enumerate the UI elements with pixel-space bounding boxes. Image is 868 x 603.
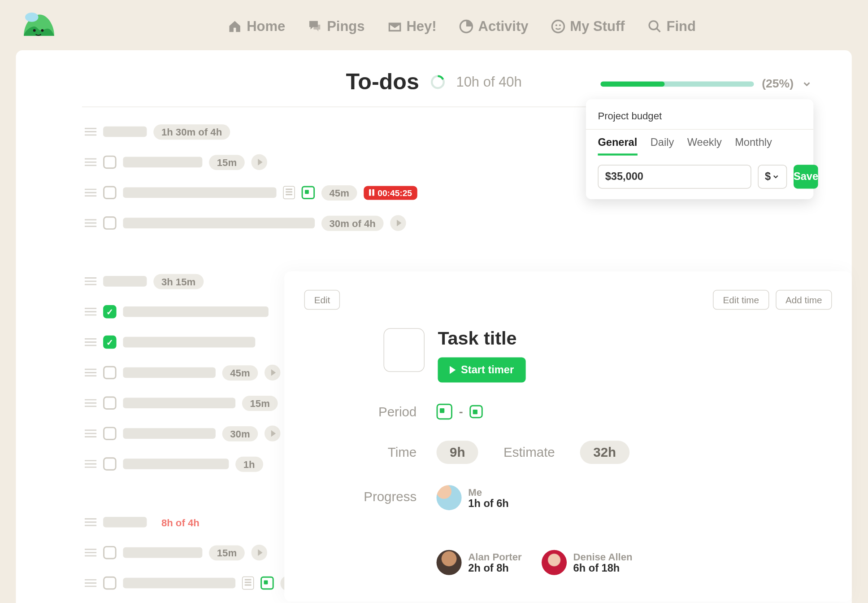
- drag-handle-icon[interactable]: [85, 518, 97, 526]
- edit-time-button[interactable]: Edit time: [713, 290, 769, 310]
- todo-checkbox[interactable]: [103, 457, 117, 470]
- play-button[interactable]: [390, 215, 406, 231]
- todo-time-pill: 1h: [235, 456, 263, 472]
- nav-pings-label: Pings: [327, 18, 365, 34]
- drag-handle-icon[interactable]: [85, 338, 97, 346]
- edit-button[interactable]: Edit: [304, 290, 340, 310]
- budget-currency-select[interactable]: $: [758, 165, 787, 188]
- nav-home[interactable]: Home: [227, 18, 285, 34]
- page-title: To-dos: [346, 69, 419, 95]
- progress-person: Me1h of 6h: [437, 485, 509, 510]
- play-button[interactable]: [252, 154, 267, 170]
- todo-title-placeholder: [123, 459, 229, 469]
- task-title: Task title: [438, 328, 525, 350]
- play-button[interactable]: [265, 365, 280, 380]
- drag-handle-icon[interactable]: [85, 128, 97, 136]
- todo-checkbox[interactable]: [103, 186, 117, 199]
- time-value: 9h: [437, 441, 478, 464]
- nav-hey[interactable]: Hey!: [387, 18, 437, 34]
- drag-handle-icon[interactable]: [85, 399, 97, 407]
- drag-handle-icon[interactable]: [85, 219, 97, 227]
- svg-point-4: [552, 20, 564, 32]
- drag-handle-icon[interactable]: [85, 579, 97, 587]
- play-button[interactable]: [265, 425, 280, 441]
- todo-title-placeholder: [123, 306, 269, 317]
- progress-ring-icon: [430, 74, 445, 89]
- drag-handle-icon[interactable]: [85, 158, 97, 166]
- progress-label: Progress: [331, 485, 437, 504]
- todo-title-placeholder: [123, 367, 216, 378]
- progress-person: Denise Allen6h of 18h: [542, 550, 633, 575]
- avatar: [437, 550, 462, 575]
- todo-title-placeholder: [123, 547, 202, 558]
- todo-checkbox[interactable]: [103, 305, 117, 319]
- todo-time-pill: 15m: [242, 395, 278, 411]
- todo-checkbox[interactable]: [103, 577, 117, 590]
- document-icon[interactable]: [242, 577, 254, 590]
- budget-save-button[interactable]: Save: [794, 165, 818, 188]
- running-timer-badge[interactable]: 00:45:25: [364, 186, 417, 200]
- todo-checkbox[interactable]: [103, 546, 117, 559]
- svg-point-2: [25, 13, 39, 22]
- budget-tab-weekly[interactable]: Weekly: [687, 136, 722, 156]
- task-detail-panel: Edit Edit time Add time Task title Start…: [284, 271, 852, 602]
- budget-tab-daily[interactable]: Daily: [651, 136, 674, 156]
- drag-handle-icon[interactable]: [85, 460, 97, 468]
- drag-handle-icon[interactable]: [85, 277, 97, 285]
- todo-checkbox[interactable]: [103, 156, 117, 169]
- todo-title-placeholder: [123, 337, 255, 348]
- play-button[interactable]: [252, 545, 267, 560]
- todo-title-placeholder: [123, 187, 276, 198]
- period-start-icon[interactable]: [437, 404, 452, 419]
- estimate-value: 32h: [580, 441, 629, 464]
- budget-tab-monthly[interactable]: Monthly: [735, 136, 772, 156]
- drag-handle-icon[interactable]: [85, 308, 97, 316]
- period-dash: -: [459, 405, 463, 419]
- avatar: [542, 550, 567, 575]
- document-icon[interactable]: [283, 186, 295, 199]
- svg-point-6: [559, 24, 561, 26]
- add-time-button[interactable]: Add time: [776, 290, 832, 310]
- budget-popover: Project budget General Daily Weekly Mont…: [586, 99, 813, 199]
- time-label: Time: [331, 445, 437, 460]
- nav-pings[interactable]: Pings: [308, 18, 365, 34]
- svg-point-7: [649, 21, 658, 30]
- chevron-down-icon[interactable]: [802, 79, 812, 89]
- drag-handle-icon[interactable]: [85, 429, 97, 437]
- task-large-checkbox[interactable]: [384, 328, 425, 372]
- person-time: 2h of 8h: [468, 562, 521, 574]
- todo-title-placeholder: [123, 157, 202, 168]
- calendar-icon[interactable]: [302, 186, 315, 199]
- todo-checkbox[interactable]: [103, 397, 117, 410]
- progress-person: Alan Porter2h of 8h: [437, 550, 522, 575]
- todo-checkbox[interactable]: [103, 216, 117, 230]
- start-timer-button[interactable]: Start timer: [438, 358, 525, 383]
- todo-title-placeholder: [123, 428, 216, 439]
- todo-time-pill: 15m: [209, 545, 245, 560]
- budget-amount-input[interactable]: [598, 165, 751, 188]
- progress-percent: (25%): [762, 77, 794, 91]
- group-title-placeholder: [103, 127, 147, 137]
- period-end-icon[interactable]: [469, 405, 483, 419]
- group-title-placeholder: [103, 276, 147, 287]
- drag-handle-icon[interactable]: [85, 369, 97, 377]
- nav-mystuff[interactable]: My Stuff: [551, 18, 625, 34]
- nav-activity[interactable]: Activity: [459, 18, 529, 34]
- todo-title-placeholder: [123, 398, 235, 408]
- calendar-icon[interactable]: [260, 577, 274, 590]
- drag-handle-icon[interactable]: [85, 188, 97, 197]
- todo-time-pill: 30m of 4h: [321, 215, 384, 231]
- drag-handle-icon[interactable]: [85, 549, 97, 557]
- group-time-summary: 8h of 4h: [153, 515, 207, 530]
- nav-activity-label: Activity: [478, 18, 529, 34]
- todo-title-placeholder: [123, 578, 235, 589]
- budget-tab-general[interactable]: General: [598, 136, 637, 156]
- basecamp-logo[interactable]: [20, 11, 58, 43]
- todo-checkbox[interactable]: [103, 336, 117, 349]
- header-time-summary: 10h of 40h: [456, 74, 521, 89]
- svg-point-0: [33, 29, 36, 32]
- nav-find[interactable]: Find: [647, 18, 696, 34]
- todo-checkbox[interactable]: [103, 366, 117, 380]
- todo-checkbox[interactable]: [103, 427, 117, 440]
- top-navigation: Home Pings Hey! Activity My Stuff Find: [0, 0, 868, 50]
